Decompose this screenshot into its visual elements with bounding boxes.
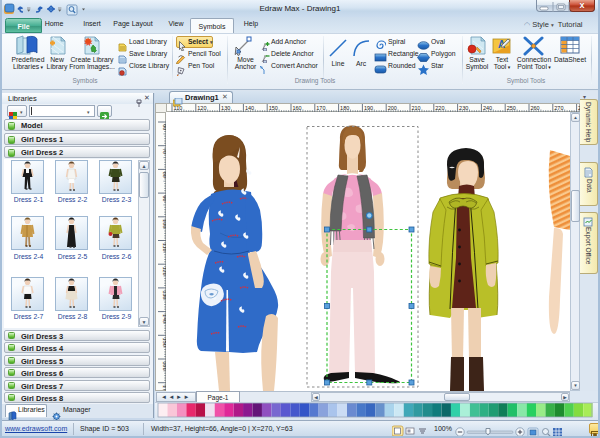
svg-text:210: 210 — [412, 105, 421, 111]
svg-text:130: 130 — [221, 105, 230, 111]
svg-text:230: 230 — [459, 105, 468, 111]
svg-text:250: 250 — [507, 105, 516, 111]
svg-text:150: 150 — [269, 105, 278, 111]
svg-text:140: 140 — [245, 105, 254, 111]
svg-text:200: 200 — [388, 105, 397, 111]
svg-text:190: 190 — [364, 105, 373, 111]
svg-text:160: 160 — [293, 105, 302, 111]
svg-text:120: 120 — [197, 105, 206, 111]
svg-text:260: 260 — [531, 105, 540, 111]
svg-text:240: 240 — [483, 105, 492, 111]
svg-text:220: 220 — [435, 105, 444, 111]
svg-text:170: 170 — [316, 105, 325, 111]
svg-text:270: 270 — [554, 105, 563, 111]
svg-text:180: 180 — [340, 105, 349, 111]
